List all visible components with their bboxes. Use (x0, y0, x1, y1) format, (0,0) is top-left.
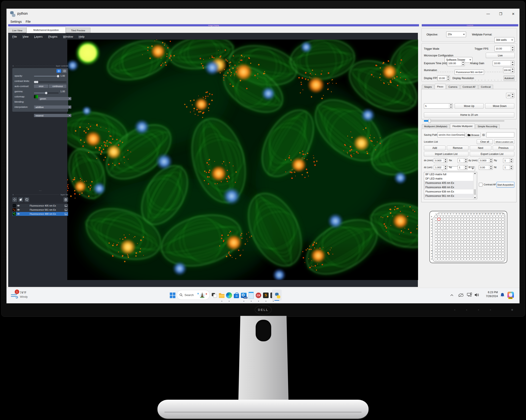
auto-contrast-once-button[interactable]: once (34, 85, 48, 88)
well[interactable] (452, 221, 455, 223)
well[interactable] (461, 249, 464, 252)
well[interactable] (499, 255, 501, 257)
spinner-arrows[interactable] (511, 61, 514, 66)
well[interactable] (473, 241, 475, 243)
well[interactable] (487, 215, 490, 218)
well[interactable] (470, 249, 472, 252)
well[interactable] (473, 215, 475, 218)
well[interactable] (487, 232, 490, 235)
channel-list-scrollbar[interactable] (473, 172, 477, 199)
spinner-arrows[interactable] (449, 104, 453, 108)
spinner-arrows[interactable] (511, 68, 514, 73)
well[interactable] (467, 241, 469, 243)
well[interactable] (455, 235, 458, 237)
layer-row[interactable]: Fluorescence 405 nm Ex (12, 204, 68, 208)
well[interactable] (435, 252, 437, 254)
well[interactable] (464, 255, 466, 257)
well[interactable] (458, 246, 461, 249)
copilot-icon[interactable]: PRE (507, 292, 514, 298)
well[interactable] (441, 235, 443, 237)
well[interactable] (481, 224, 484, 226)
menu-file[interactable]: File (26, 20, 30, 23)
well[interactable] (461, 238, 464, 240)
well[interactable] (499, 238, 501, 240)
well[interactable] (478, 232, 481, 235)
well[interactable] (478, 252, 481, 254)
dims-handle[interactable]: ··· (12, 189, 68, 192)
well[interactable] (473, 244, 475, 246)
new-points-layer-button[interactable] (12, 197, 17, 202)
spinner-arrows[interactable] (489, 158, 493, 163)
browse-button[interactable]: Browse (466, 132, 481, 138)
well[interactable] (458, 249, 461, 252)
well[interactable] (467, 258, 469, 260)
tab-live-view[interactable]: Live View (8, 28, 26, 33)
well[interactable] (473, 235, 475, 237)
well[interactable] (496, 215, 498, 218)
spinner-arrows[interactable] (511, 46, 514, 51)
well[interactable] (481, 227, 484, 229)
well[interactable] (446, 224, 449, 226)
well[interactable] (441, 227, 443, 229)
well[interactable] (475, 252, 478, 254)
channel-item[interactable]: Fluorescence 638 nm Ex (424, 189, 477, 194)
well[interactable] (435, 224, 437, 226)
well[interactable] (496, 238, 498, 240)
well[interactable] (452, 246, 455, 249)
well[interactable] (481, 235, 484, 237)
well[interactable] (487, 255, 490, 257)
spinner-arrows[interactable] (444, 158, 447, 163)
well[interactable] (487, 246, 490, 249)
layer-row[interactable]: Fluorescence 561 nm Ex (12, 208, 68, 212)
well[interactable] (467, 255, 469, 257)
weather-temp[interactable]: 74°F (20, 291, 26, 294)
well[interactable] (473, 224, 475, 226)
volume-icon[interactable] (474, 293, 479, 297)
well[interactable] (499, 215, 501, 218)
well[interactable] (452, 224, 455, 226)
contrast-af-checkbox[interactable] (479, 183, 483, 186)
well[interactable] (493, 241, 496, 243)
well[interactable] (446, 246, 449, 249)
well[interactable] (499, 249, 501, 252)
well[interactable] (437, 258, 440, 260)
napari-menu-file[interactable]: File (12, 35, 17, 38)
spinner-arrows[interactable] (464, 158, 467, 163)
wellplate-format-select[interactable]: 384 wells (495, 37, 514, 43)
layer-row[interactable]: Fluorescence 488 nm Ex (12, 212, 68, 216)
display-fps-input[interactable]: 10.00 (437, 75, 450, 81)
remove-button[interactable]: Remove (447, 146, 468, 150)
network-icon[interactable] (467, 293, 472, 297)
well[interactable] (478, 235, 481, 237)
layer-visibility-eye-icon[interactable] (17, 213, 20, 215)
well[interactable] (455, 238, 458, 240)
well[interactable] (487, 238, 490, 240)
well[interactable] (449, 224, 452, 226)
well[interactable] (435, 235, 437, 237)
well[interactable] (470, 221, 472, 223)
well[interactable] (464, 244, 466, 246)
well[interactable] (490, 238, 493, 240)
well[interactable] (499, 244, 501, 246)
well[interactable] (446, 255, 449, 257)
well[interactable] (437, 241, 440, 243)
well[interactable] (461, 232, 464, 235)
well[interactable] (493, 221, 496, 223)
new-shapes-layer-button[interactable] (18, 197, 23, 202)
well[interactable] (473, 218, 475, 220)
well[interactable] (478, 246, 481, 249)
well[interactable] (461, 235, 464, 237)
well[interactable] (478, 221, 481, 223)
well[interactable] (502, 252, 504, 254)
well[interactable] (455, 227, 458, 229)
next-button[interactable]: Next (470, 146, 491, 150)
well[interactable] (461, 218, 464, 220)
well[interactable] (435, 244, 437, 246)
well[interactable] (467, 215, 469, 218)
well[interactable] (490, 232, 493, 235)
tab-multipoint-wellplate[interactable]: Multipoint (Wellplate) (422, 124, 450, 128)
well[interactable] (437, 232, 440, 235)
well[interactable] (499, 232, 501, 235)
tab-contrast-af[interactable]: Contrast AF (460, 85, 478, 89)
step-input-nt[interactable]: 1 (503, 165, 513, 170)
